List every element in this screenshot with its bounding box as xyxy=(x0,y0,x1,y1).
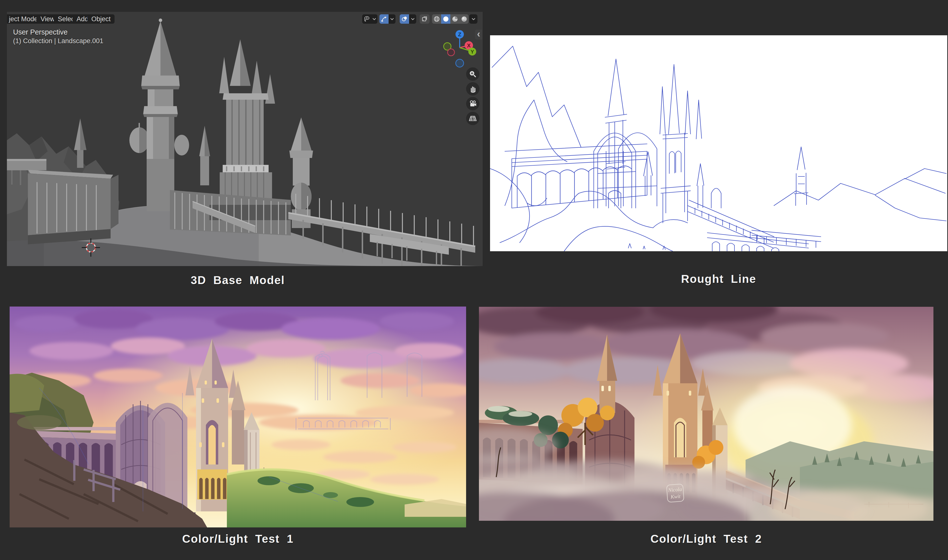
blender-viewport-header: ject Mode View Select Add Object User Pe… xyxy=(7,12,483,266)
zoom-in-nav-button[interactable] xyxy=(466,68,479,81)
color-light-test-2-panel: Nicola Kwit xyxy=(479,307,933,521)
show-gizmo-toggle[interactable] xyxy=(379,14,396,24)
toggle-xray-icon xyxy=(422,16,428,22)
magnifier-plus-icon xyxy=(469,70,477,78)
chevron-down-icon xyxy=(389,17,394,22)
viewport-collection-label: (1) Collection | Landscape.001 xyxy=(13,37,103,45)
shading-material-icon xyxy=(452,16,458,22)
sidebar-collapse-arrow[interactable]: ‹ xyxy=(475,29,482,40)
svg-text:X: X xyxy=(467,42,471,49)
color-light-test-1-painting xyxy=(10,306,466,528)
perspective-toggle-nav-button[interactable] xyxy=(466,112,479,125)
shading-dropdown[interactable] xyxy=(469,14,477,24)
movie-camera-icon xyxy=(469,100,477,108)
axis-neg-x-ball[interactable] xyxy=(448,49,454,56)
object-mode-label: ject Mode xyxy=(9,14,38,24)
show-overlays-icon xyxy=(401,16,408,22)
axis-z-ball[interactable]: Z xyxy=(456,30,464,38)
rough-line-panel xyxy=(490,35,947,251)
viewport-perspective-label: User Perspective xyxy=(13,28,68,36)
object-visibility-dropdown[interactable] xyxy=(362,14,377,24)
chevron-down-icon xyxy=(471,17,476,22)
shading-material-button[interactable] xyxy=(450,14,459,24)
shading-rendered-icon xyxy=(461,16,467,22)
shading-solid-button[interactable] xyxy=(441,14,450,24)
chevron-down-icon xyxy=(410,17,415,22)
view-navigation-gizmo[interactable]: Z X Y xyxy=(439,24,481,69)
caption-3d-base-model: 3D Base Model xyxy=(7,274,469,287)
shading-wireframe-icon xyxy=(434,16,440,22)
shading-rendered-button[interactable] xyxy=(459,14,469,24)
blender-viewport-panel: ject Mode View Select Add Object User Pe… xyxy=(7,12,483,266)
pan-view-nav-button[interactable] xyxy=(466,82,479,95)
svg-text:Z: Z xyxy=(458,31,461,37)
process-collage-page: { "page": {"background": "#2b2b2b"}, "ca… xyxy=(0,0,948,560)
svg-text:Y: Y xyxy=(471,49,474,55)
shading-wireframe-button[interactable] xyxy=(432,14,441,24)
axis-neg-z-ball[interactable] xyxy=(456,59,464,67)
hand-icon xyxy=(469,85,477,93)
color-light-test-2-painting: Nicola Kwit xyxy=(479,307,933,521)
camera-view-nav-button[interactable] xyxy=(466,97,479,110)
caption-rough-line: Rought Line xyxy=(490,272,947,286)
svg-text:Kwit: Kwit xyxy=(670,493,681,500)
object-visibility-icon xyxy=(363,16,370,22)
toggle-xray-button[interactable] xyxy=(420,14,429,24)
rough-line-drawing xyxy=(490,35,947,251)
shading-solid-icon xyxy=(443,16,449,22)
show-overlays-toggle[interactable] xyxy=(400,14,416,24)
caption-color-test-2: Color/Light Test 2 xyxy=(479,532,933,545)
grid-plane-icon xyxy=(469,114,477,123)
show-gizmo-icon xyxy=(381,16,387,22)
chevron-down-icon xyxy=(372,17,377,22)
axis-y-ball[interactable]: Y xyxy=(468,48,476,55)
menu-object[interactable]: Object xyxy=(88,14,115,24)
svg-text:Nicola: Nicola xyxy=(668,486,682,493)
shading-mode-group[interactable] xyxy=(432,14,477,24)
color-light-test-1-panel xyxy=(10,306,466,528)
caption-color-test-1: Color/Light Test 1 xyxy=(10,532,466,545)
